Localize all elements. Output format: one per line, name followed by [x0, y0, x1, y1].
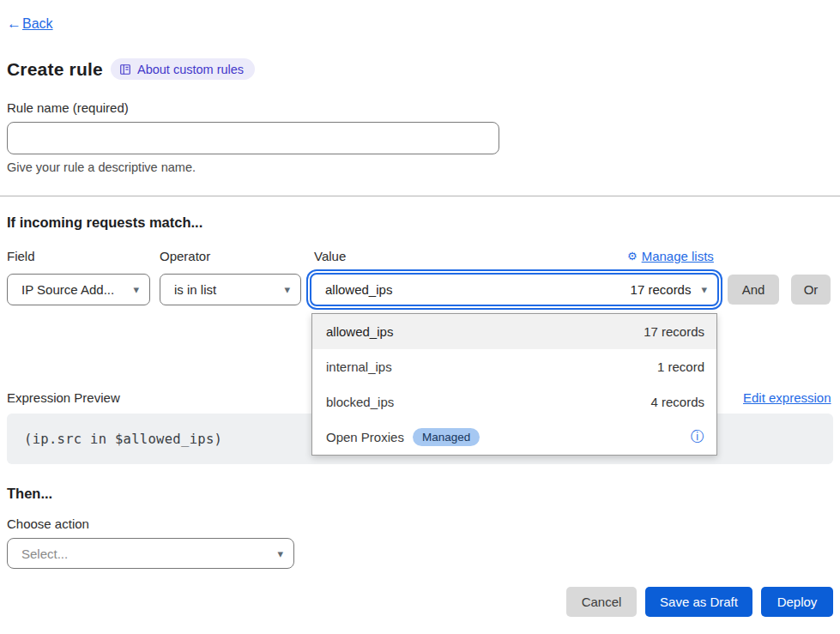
or-button[interactable]: Or — [791, 275, 831, 305]
back-arrow-icon: ← — [7, 15, 21, 33]
rule-name-input[interactable] — [7, 122, 499, 154]
field-label: Field — [7, 249, 35, 263]
field-select[interactable]: IP Source Add... ▾ — [7, 274, 150, 305]
list-item-blocked-ips[interactable]: blocked_ips 4 records — [312, 384, 716, 420]
gear-icon: ⚙ — [627, 250, 638, 263]
managed-badge: Managed — [413, 428, 480, 446]
chevron-down-icon: ▾ — [701, 284, 707, 295]
list-record-count: 17 records — [644, 324, 704, 339]
info-icon[interactable]: ⓘ — [691, 428, 704, 446]
and-button[interactable]: And — [728, 275, 779, 305]
value-select[interactable]: allowed_ips 17 records ▾ — [310, 273, 719, 306]
list-record-count: 4 records — [650, 395, 704, 409]
cancel-button[interactable]: Cancel — [566, 587, 637, 617]
manage-lists-label: Manage lists — [642, 249, 714, 263]
chevron-down-icon: ▾ — [284, 284, 290, 295]
lists-dropdown: allowed_ips 17 records internal_ips 1 re… — [311, 313, 717, 456]
action-select[interactable]: Select... ▾ — [7, 538, 294, 569]
list-name: blocked_ips — [326, 395, 394, 409]
about-custom-rules-badge[interactable]: About custom rules — [111, 58, 255, 80]
value-label: Value — [314, 249, 346, 263]
match-section-heading: If incoming requests match... — [7, 214, 202, 231]
value-select-value: allowed_ips — [325, 282, 392, 297]
field-select-value: IP Source Add... — [21, 282, 114, 297]
operator-select-value: is in list — [174, 282, 216, 297]
about-badge-label: About custom rules — [137, 63, 244, 76]
chevron-down-icon: ▾ — [277, 548, 283, 559]
expression-code: (ip.src in $allowed_ips) — [24, 432, 222, 447]
list-item-allowed-ips[interactable]: allowed_ips 17 records — [312, 314, 716, 349]
save-as-draft-button[interactable]: Save as Draft — [645, 587, 752, 617]
list-name: allowed_ips — [326, 324, 393, 339]
edit-expression-link[interactable]: Edit expression — [743, 390, 831, 405]
value-select-record-count: 17 records — [631, 282, 692, 297]
list-item-internal-ips[interactable]: internal_ips 1 record — [312, 349, 716, 384]
operator-select[interactable]: is in list ▾ — [160, 274, 301, 305]
list-name: Open Proxies — [326, 430, 404, 444]
back-link[interactable]: ←Back — [7, 15, 53, 33]
then-section-heading: Then... — [7, 486, 52, 502]
back-label: Back — [22, 16, 53, 32]
chevron-down-icon: ▾ — [133, 284, 139, 295]
book-icon — [119, 63, 131, 75]
create-rule-page: ←Back Create rule About custom rules Rul… — [0, 0, 840, 634]
page-title: Create rule — [7, 59, 103, 80]
list-item-open-proxies[interactable]: Open Proxies Managed ⓘ — [312, 420, 716, 455]
action-select-placeholder: Select... — [21, 546, 68, 561]
list-record-count: 1 record — [657, 359, 704, 374]
manage-lists-link[interactable]: ⚙ Manage lists — [627, 249, 714, 263]
rule-name-helper-text: Give your rule a descriptive name. — [7, 160, 196, 174]
choose-action-label: Choose action — [7, 516, 89, 531]
deploy-button[interactable]: Deploy — [761, 587, 833, 617]
rule-name-label: Rule name (required) — [7, 100, 129, 115]
list-name: internal_ips — [326, 359, 392, 374]
expression-preview-label: Expression Preview — [7, 390, 120, 405]
operator-label: Operator — [160, 249, 210, 263]
section-divider — [0, 196, 840, 196]
